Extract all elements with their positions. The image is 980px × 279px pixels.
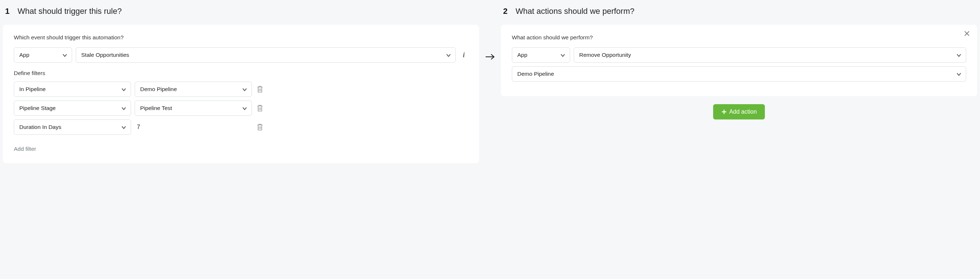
trigger-source-value: App (19, 52, 30, 58)
delete-filter-button[interactable] (256, 85, 264, 94)
arrow-icon (479, 6, 501, 61)
chevron-down-icon (242, 106, 247, 110)
chevron-down-icon (62, 53, 67, 57)
filter-field-select[interactable]: Pipeline Stage (14, 100, 131, 116)
chevron-down-icon (956, 53, 961, 57)
step-number: 2 (503, 6, 508, 16)
chevron-down-icon (956, 72, 961, 76)
filter-field-select[interactable]: Duration In Days (14, 120, 131, 135)
delete-filter-button[interactable] (256, 104, 264, 113)
filters-label: Define filters (14, 70, 468, 77)
filter-value-select[interactable]: Demo Pipeline (135, 81, 252, 97)
trigger-event-value: Stale Opportunities (81, 52, 129, 58)
chevron-down-icon (446, 53, 450, 57)
filter-value-input[interactable]: 7 (135, 124, 252, 131)
action-source-select[interactable]: App (512, 47, 570, 63)
close-icon[interactable] (963, 30, 970, 37)
action-section-header: 2 What actions should we perform? (503, 6, 977, 16)
trigger-event-select[interactable]: Stale Opportunities (76, 47, 456, 63)
step-title: What actions should we perform? (515, 6, 635, 16)
add-action-label: Add action (729, 108, 757, 115)
filter-value: Demo Pipeline (140, 86, 177, 92)
filter-field-value: In Pipeline (19, 86, 46, 92)
action-target-value: Demo Pipeline (517, 71, 554, 77)
filter-value: Pipeline Test (140, 105, 172, 112)
action-source-value: App (517, 52, 528, 58)
action-question: What action should we perform? (512, 34, 966, 41)
filter-field-value: Duration In Days (19, 124, 61, 131)
info-icon[interactable]: i (460, 51, 468, 59)
chevron-down-icon (560, 53, 565, 57)
add-filter-button[interactable]: Add filter (14, 146, 36, 152)
add-action-button[interactable]: Add action (713, 104, 765, 120)
trigger-card: Which event should trigger this automati… (3, 25, 479, 163)
chevron-down-icon (121, 87, 126, 91)
action-name-select[interactable]: Remove Opportunity (574, 47, 966, 63)
filter-field-value: Pipeline Stage (19, 105, 56, 112)
trigger-section-header: 1 What should trigger this rule? (5, 6, 479, 16)
delete-filter-button[interactable] (256, 123, 264, 131)
filter-field-select[interactable]: In Pipeline (14, 81, 131, 97)
chevron-down-icon (121, 106, 126, 110)
trigger-question: Which event should trigger this automati… (14, 34, 468, 41)
step-title: What should trigger this rule? (18, 6, 122, 16)
filter-value-select[interactable]: Pipeline Test (135, 100, 252, 116)
step-number: 1 (5, 6, 10, 16)
plus-icon (721, 109, 727, 115)
chevron-down-icon (242, 87, 247, 91)
action-name-value: Remove Opportunity (579, 52, 631, 58)
action-card: What action should we perform? App Remov… (501, 25, 977, 96)
chevron-down-icon (121, 125, 126, 129)
action-target-select[interactable]: Demo Pipeline (512, 66, 966, 81)
trigger-source-select[interactable]: App (14, 47, 72, 63)
